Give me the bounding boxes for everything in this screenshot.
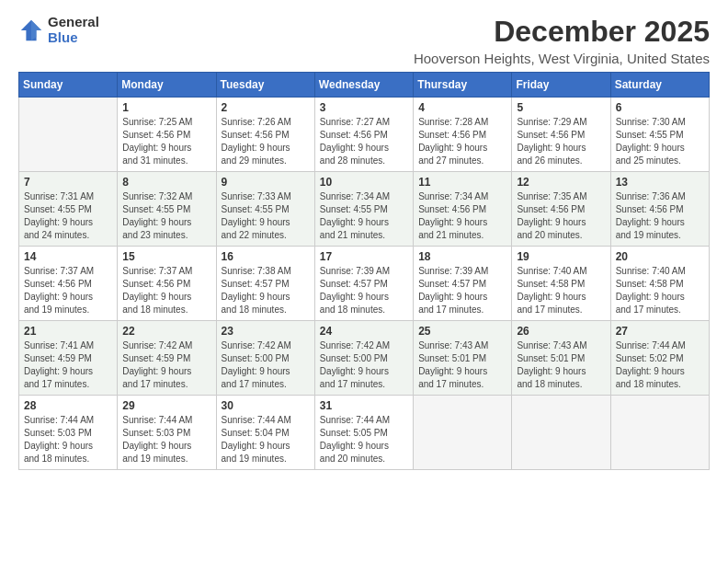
day-number: 3 xyxy=(320,101,408,114)
day-info: Sunrise: 7:32 AM Sunset: 4:55 PM Dayligh… xyxy=(122,190,210,242)
day-number: 10 xyxy=(320,176,408,189)
day-number: 17 xyxy=(320,250,408,263)
day-info: Sunrise: 7:44 AM Sunset: 5:05 PM Dayligh… xyxy=(320,414,408,465)
day-info: Sunrise: 7:26 AM Sunset: 4:56 PM Dayligh… xyxy=(222,116,310,167)
logo-icon xyxy=(18,17,44,43)
calendar-week-row: 14Sunrise: 7:37 AM Sunset: 4:56 PM Dayli… xyxy=(19,247,710,321)
day-number: 27 xyxy=(616,325,704,338)
table-cell: 6Sunrise: 7:30 AM Sunset: 4:55 PM Daylig… xyxy=(610,98,709,172)
day-info: Sunrise: 7:44 AM Sunset: 5:02 PM Dayligh… xyxy=(616,339,704,391)
table-cell: 5Sunrise: 7:29 AM Sunset: 4:56 PM Daylig… xyxy=(512,98,610,172)
day-info: Sunrise: 7:38 AM Sunset: 4:57 PM Dayligh… xyxy=(222,265,310,316)
day-number: 23 xyxy=(222,325,310,338)
day-info: Sunrise: 7:42 AM Sunset: 4:59 PM Dayligh… xyxy=(122,339,210,391)
table-cell: 26Sunrise: 7:43 AM Sunset: 5:01 PM Dayli… xyxy=(512,321,610,396)
calendar-week-row: 21Sunrise: 7:41 AM Sunset: 4:59 PM Dayli… xyxy=(19,321,710,396)
day-info: Sunrise: 7:28 AM Sunset: 4:56 PM Dayligh… xyxy=(418,116,506,167)
day-number: 22 xyxy=(122,325,210,338)
day-number: 9 xyxy=(222,176,310,189)
logo-text: General Blue xyxy=(48,15,99,45)
table-cell: 12Sunrise: 7:35 AM Sunset: 4:56 PM Dayli… xyxy=(512,172,610,247)
table-cell: 25Sunrise: 7:43 AM Sunset: 5:01 PM Dayli… xyxy=(414,321,512,396)
table-cell xyxy=(414,396,512,470)
day-info: Sunrise: 7:37 AM Sunset: 4:56 PM Dayligh… xyxy=(122,265,210,316)
calendar-week-row: 7Sunrise: 7:31 AM Sunset: 4:55 PM Daylig… xyxy=(19,172,710,247)
location-title: Hooverson Heights, West Virginia, United… xyxy=(414,51,710,66)
day-number: 25 xyxy=(418,325,506,338)
table-cell: 28Sunrise: 7:44 AM Sunset: 5:03 PM Dayli… xyxy=(19,396,118,470)
day-info: Sunrise: 7:40 AM Sunset: 4:58 PM Dayligh… xyxy=(517,265,605,316)
col-friday: Friday xyxy=(512,73,610,98)
title-area: December 2025 Hooverson Heights, West Vi… xyxy=(414,15,710,66)
col-thursday: Thursday xyxy=(414,73,512,98)
table-cell: 1Sunrise: 7:25 AM Sunset: 4:56 PM Daylig… xyxy=(118,98,216,172)
day-number: 16 xyxy=(222,250,310,263)
day-info: Sunrise: 7:44 AM Sunset: 5:03 PM Dayligh… xyxy=(122,414,210,465)
day-number: 12 xyxy=(517,176,605,189)
day-number: 8 xyxy=(122,176,210,189)
table-cell: 19Sunrise: 7:40 AM Sunset: 4:58 PM Dayli… xyxy=(512,247,610,321)
day-info: Sunrise: 7:33 AM Sunset: 4:55 PM Dayligh… xyxy=(222,190,310,242)
table-cell: 29Sunrise: 7:44 AM Sunset: 5:03 PM Dayli… xyxy=(118,396,216,470)
day-info: Sunrise: 7:31 AM Sunset: 4:55 PM Dayligh… xyxy=(24,190,112,242)
table-cell: 20Sunrise: 7:40 AM Sunset: 4:58 PM Dayli… xyxy=(610,247,709,321)
table-cell xyxy=(19,98,118,172)
logo: General Blue xyxy=(18,15,99,45)
table-cell xyxy=(610,396,709,470)
table-cell: 14Sunrise: 7:37 AM Sunset: 4:56 PM Dayli… xyxy=(19,247,118,321)
table-cell: 23Sunrise: 7:42 AM Sunset: 5:00 PM Dayli… xyxy=(216,321,314,396)
table-cell: 24Sunrise: 7:42 AM Sunset: 5:00 PM Dayli… xyxy=(314,321,413,396)
day-info: Sunrise: 7:39 AM Sunset: 4:57 PM Dayligh… xyxy=(418,265,506,316)
day-info: Sunrise: 7:40 AM Sunset: 4:58 PM Dayligh… xyxy=(616,265,704,316)
col-sunday: Sunday xyxy=(19,73,118,98)
table-cell: 10Sunrise: 7:34 AM Sunset: 4:55 PM Dayli… xyxy=(314,172,413,247)
table-cell: 15Sunrise: 7:37 AM Sunset: 4:56 PM Dayli… xyxy=(118,247,216,321)
table-cell: 31Sunrise: 7:44 AM Sunset: 5:05 PM Dayli… xyxy=(314,396,413,470)
table-cell: 4Sunrise: 7:28 AM Sunset: 4:56 PM Daylig… xyxy=(414,98,512,172)
calendar-header-row: Sunday Monday Tuesday Wednesday Thursday… xyxy=(19,73,710,98)
calendar-week-row: 28Sunrise: 7:44 AM Sunset: 5:03 PM Dayli… xyxy=(19,396,710,470)
day-number: 24 xyxy=(320,325,408,338)
table-cell: 2Sunrise: 7:26 AM Sunset: 4:56 PM Daylig… xyxy=(216,98,314,172)
table-cell: 11Sunrise: 7:34 AM Sunset: 4:56 PM Dayli… xyxy=(414,172,512,247)
day-info: Sunrise: 7:29 AM Sunset: 4:56 PM Dayligh… xyxy=(517,116,605,167)
day-info: Sunrise: 7:37 AM Sunset: 4:56 PM Dayligh… xyxy=(24,265,112,316)
day-number: 18 xyxy=(418,250,506,263)
table-cell: 18Sunrise: 7:39 AM Sunset: 4:57 PM Dayli… xyxy=(414,247,512,321)
calendar-table: Sunday Monday Tuesday Wednesday Thursday… xyxy=(18,72,710,470)
table-cell: 22Sunrise: 7:42 AM Sunset: 4:59 PM Dayli… xyxy=(118,321,216,396)
page: General Blue December 2025 Hooverson Hei… xyxy=(0,0,728,563)
day-number: 6 xyxy=(616,101,704,114)
table-cell: 13Sunrise: 7:36 AM Sunset: 4:56 PM Dayli… xyxy=(610,172,709,247)
day-info: Sunrise: 7:43 AM Sunset: 5:01 PM Dayligh… xyxy=(517,339,605,391)
table-cell: 30Sunrise: 7:44 AM Sunset: 5:04 PM Dayli… xyxy=(216,396,314,470)
logo-general-text: General xyxy=(48,15,99,30)
day-info: Sunrise: 7:44 AM Sunset: 5:04 PM Dayligh… xyxy=(222,414,310,465)
col-tuesday: Tuesday xyxy=(216,73,314,98)
table-cell: 9Sunrise: 7:33 AM Sunset: 4:55 PM Daylig… xyxy=(216,172,314,247)
col-saturday: Saturday xyxy=(610,73,709,98)
day-info: Sunrise: 7:35 AM Sunset: 4:56 PM Dayligh… xyxy=(517,190,605,242)
header: General Blue December 2025 Hooverson Hei… xyxy=(18,15,710,66)
day-info: Sunrise: 7:42 AM Sunset: 5:00 PM Dayligh… xyxy=(320,339,408,391)
day-number: 26 xyxy=(517,325,605,338)
day-number: 29 xyxy=(122,399,210,412)
table-cell xyxy=(512,396,610,470)
day-info: Sunrise: 7:25 AM Sunset: 4:56 PM Dayligh… xyxy=(122,116,210,167)
calendar-week-row: 1Sunrise: 7:25 AM Sunset: 4:56 PM Daylig… xyxy=(19,98,710,172)
day-number: 15 xyxy=(122,250,210,263)
table-cell: 8Sunrise: 7:32 AM Sunset: 4:55 PM Daylig… xyxy=(118,172,216,247)
day-info: Sunrise: 7:34 AM Sunset: 4:55 PM Dayligh… xyxy=(320,190,408,242)
day-number: 30 xyxy=(222,399,310,412)
col-wednesday: Wednesday xyxy=(314,73,413,98)
table-cell: 17Sunrise: 7:39 AM Sunset: 4:57 PM Dayli… xyxy=(314,247,413,321)
day-number: 1 xyxy=(122,101,210,114)
day-number: 31 xyxy=(320,399,408,412)
day-info: Sunrise: 7:41 AM Sunset: 4:59 PM Dayligh… xyxy=(24,339,112,391)
table-cell: 16Sunrise: 7:38 AM Sunset: 4:57 PM Dayli… xyxy=(216,247,314,321)
day-info: Sunrise: 7:36 AM Sunset: 4:56 PM Dayligh… xyxy=(616,190,704,242)
day-number: 19 xyxy=(517,250,605,263)
day-number: 2 xyxy=(222,101,310,114)
day-info: Sunrise: 7:42 AM Sunset: 5:00 PM Dayligh… xyxy=(222,339,310,391)
day-info: Sunrise: 7:34 AM Sunset: 4:56 PM Dayligh… xyxy=(418,190,506,242)
